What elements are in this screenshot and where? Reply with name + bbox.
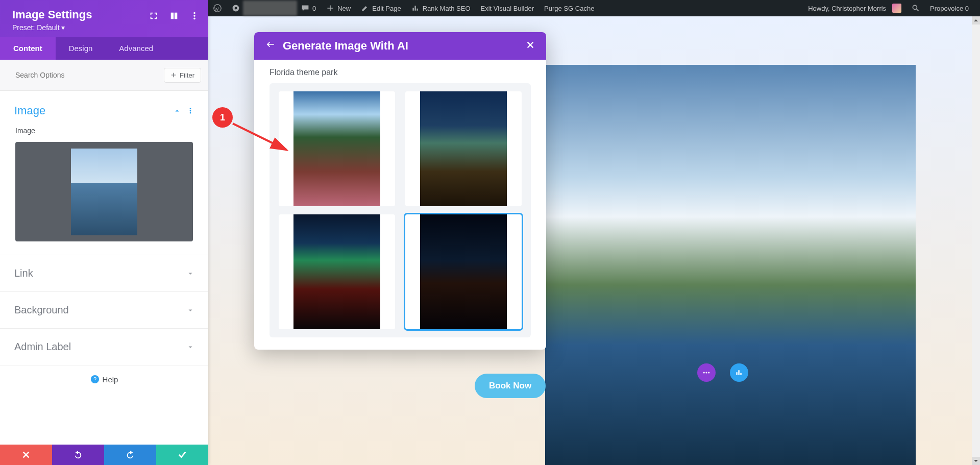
page-scrollbar[interactable] [972, 16, 980, 465]
ai-prompt-text: Florida theme park [270, 68, 531, 77]
svg-point-6 [193, 12, 195, 14]
ai-thumb-2 [420, 91, 507, 206]
image-preview[interactable] [15, 142, 193, 241]
chevron-down-icon [187, 307, 194, 314]
svg-point-8 [193, 18, 195, 20]
propovoice-item[interactable]: Propovoice 0 [925, 0, 974, 16]
svg-point-16 [708, 372, 709, 373]
exit-visual-item[interactable]: Exit Visual Builder [476, 0, 540, 16]
image-field-label: Image [0, 127, 208, 135]
blurred-site-name [243, 1, 297, 16]
search-icon[interactable] [906, 0, 925, 16]
preview-thumb [71, 149, 137, 235]
filter-button[interactable]: Filter [164, 68, 201, 83]
section-kebab-icon[interactable] [187, 104, 194, 117]
section-background-header[interactable]: Background [0, 292, 208, 328]
undo-button[interactable] [52, 445, 104, 465]
panel-header: Image Settings Preset: Default ▾ [0, 0, 208, 37]
ai-modal-title: Generate Image With AI [283, 39, 408, 53]
module-fab-more[interactable] [697, 363, 716, 382]
new-item[interactable]: New [321, 0, 356, 16]
purge-cache-item[interactable]: Purge SG Cache [539, 0, 599, 16]
book-now-button[interactable]: Book Now [475, 374, 546, 398]
save-button[interactable] [156, 445, 208, 465]
cancel-button[interactable] [0, 445, 52, 465]
comments-item[interactable]: 0 [296, 0, 321, 16]
back-icon[interactable] [265, 39, 276, 53]
svg-point-7 [193, 15, 195, 17]
svg-point-11 [190, 112, 191, 114]
panel-footer [0, 445, 208, 465]
search-input[interactable] [0, 66, 164, 84]
chevron-up-icon [174, 107, 181, 114]
redo-button[interactable] [104, 445, 156, 465]
svg-rect-4 [171, 13, 174, 19]
ai-thumb-1 [293, 91, 380, 206]
ai-result-1[interactable] [279, 91, 395, 206]
scroll-up-icon[interactable] [972, 16, 980, 25]
chevron-down-icon [187, 270, 194, 277]
split-view-icon[interactable] [169, 11, 179, 22]
svg-point-2 [235, 7, 237, 10]
tab-design[interactable]: Design [56, 37, 106, 60]
preset-dropdown[interactable]: Preset: Default ▾ [12, 23, 196, 32]
svg-point-10 [190, 110, 191, 112]
search-row: Filter [0, 60, 208, 91]
page-hero-image [545, 65, 916, 465]
wp-admin-bar: 0 New Edit Page Rank Math SEO Exit Visua… [208, 0, 980, 16]
howdy-user[interactable]: Howdy, Christopher Morris [803, 0, 906, 16]
avatar [892, 4, 901, 13]
help-link[interactable]: ?Help [0, 365, 208, 386]
ai-results-grid [270, 83, 531, 337]
svg-point-15 [705, 372, 707, 373]
chevron-down-icon [187, 344, 194, 351]
scroll-down-icon[interactable] [972, 457, 980, 465]
close-icon[interactable] [526, 39, 535, 53]
tab-advanced[interactable]: Advanced [106, 37, 166, 60]
section-image-header[interactable]: Image [0, 91, 208, 123]
svg-rect-5 [175, 13, 177, 19]
panel-tabs: Content Design Advanced [0, 37, 208, 60]
ai-result-2[interactable] [405, 91, 522, 206]
annotation-arrow [229, 119, 295, 160]
ai-thumb-4 [420, 214, 507, 329]
kebab-icon[interactable] [190, 11, 199, 22]
dashboard-icon[interactable] [227, 0, 245, 16]
ai-result-3[interactable] [279, 214, 395, 329]
section-link-header[interactable]: Link [0, 255, 208, 291]
tab-content[interactable]: Content [0, 37, 56, 60]
svg-line-17 [233, 124, 287, 150]
image-settings-panel: Image Settings Preset: Default ▾ Content… [0, 0, 208, 465]
module-fab-stats[interactable] [730, 363, 748, 382]
wp-logo-icon[interactable] [208, 0, 227, 16]
help-icon: ? [90, 375, 100, 384]
ai-generate-modal: Generate Image With AI Florida theme par… [254, 32, 546, 350]
svg-point-9 [190, 108, 191, 109]
ai-thumb-3 [293, 214, 380, 329]
svg-text:?: ? [93, 376, 96, 382]
edit-page-item[interactable]: Edit Page [356, 0, 406, 16]
svg-point-14 [703, 372, 705, 373]
expand-icon[interactable] [149, 11, 158, 22]
ai-result-4[interactable] [405, 214, 522, 329]
section-admin-label-header[interactable]: Admin Label [0, 329, 208, 365]
svg-point-3 [913, 5, 917, 9]
rankmath-item[interactable]: Rank Math SEO [406, 0, 476, 16]
comments-count: 0 [312, 5, 316, 12]
